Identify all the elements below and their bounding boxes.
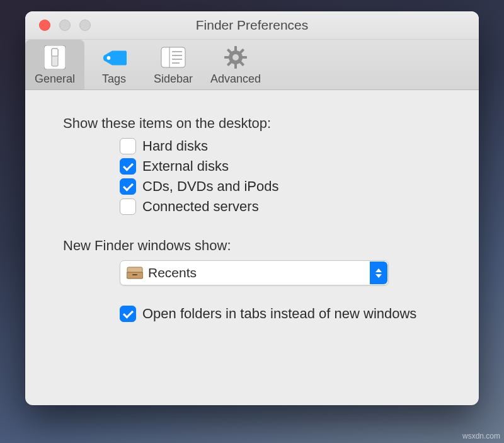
tab-label: General [35,72,75,86]
select-stepper-icon[interactable] [370,262,387,284]
row-connected-servers[interactable]: Connected servers [120,198,447,215]
checkbox-label: Hard disks [142,138,208,154]
tab-advanced[interactable]: Advanced [203,40,268,89]
checkbox-label: External disks [142,158,229,175]
checkbox-label: Open folders in tabs instead of new wind… [142,306,416,322]
window-title: Finder Preferences [25,18,479,33]
select-value: Recents [148,265,370,280]
tab-label: Advanced [210,72,261,86]
recents-drawer-icon [127,267,143,279]
row-cds-dvds-ipods[interactable]: CDs, DVDs and iPods [120,178,447,195]
tab-tags[interactable]: Tags [84,40,144,89]
checkbox-label: Connected servers [142,198,259,215]
switch-icon [42,45,67,70]
svg-point-3 [107,56,111,60]
checkbox-open-in-tabs[interactable] [120,306,136,322]
watermark: wsxdn.com [462,432,500,440]
sidebar-icon [161,45,186,70]
checkbox-label: CDs, DVDs and iPods [142,178,278,195]
svg-rect-4 [161,47,185,67]
new-window-select[interactable]: Recents [120,260,389,285]
checkbox-hard-disks[interactable] [120,138,136,154]
svg-rect-2 [52,49,58,56]
gear-icon [223,45,248,70]
svg-rect-11 [234,46,237,51]
svg-rect-14 [242,56,247,59]
row-open-in-tabs[interactable]: Open folders in tabs instead of new wind… [120,306,447,322]
svg-rect-22 [132,274,137,275]
tab-sidebar[interactable]: Sidebar [144,40,203,89]
desktop-items-heading: Show these items on the desktop: [63,115,447,132]
titlebar[interactable]: Finder Preferences [25,11,479,40]
content-pane: Show these items on the desktop: Hard di… [25,90,479,345]
svg-rect-12 [234,64,237,69]
checkbox-cds-dvds-ipods[interactable] [120,178,136,195]
close-button[interactable] [39,20,50,31]
svg-point-19 [232,54,239,60]
tab-label: Tags [102,72,126,86]
row-external-disks[interactable]: External disks [120,158,447,175]
tab-general[interactable]: General [25,40,84,89]
row-hard-disks[interactable]: Hard disks [120,138,447,154]
preferences-window: Finder Preferences General [25,11,479,405]
tab-label: Sidebar [154,72,193,86]
svg-rect-13 [224,56,229,59]
checkbox-connected-servers[interactable] [120,198,136,215]
minimize-button[interactable] [59,20,71,31]
checkbox-external-disks[interactable] [120,158,136,175]
toolbar: General Tags [25,40,479,90]
tag-icon [101,45,127,70]
zoom-button[interactable] [79,20,91,31]
new-window-heading: New Finder windows show: [63,238,447,254]
